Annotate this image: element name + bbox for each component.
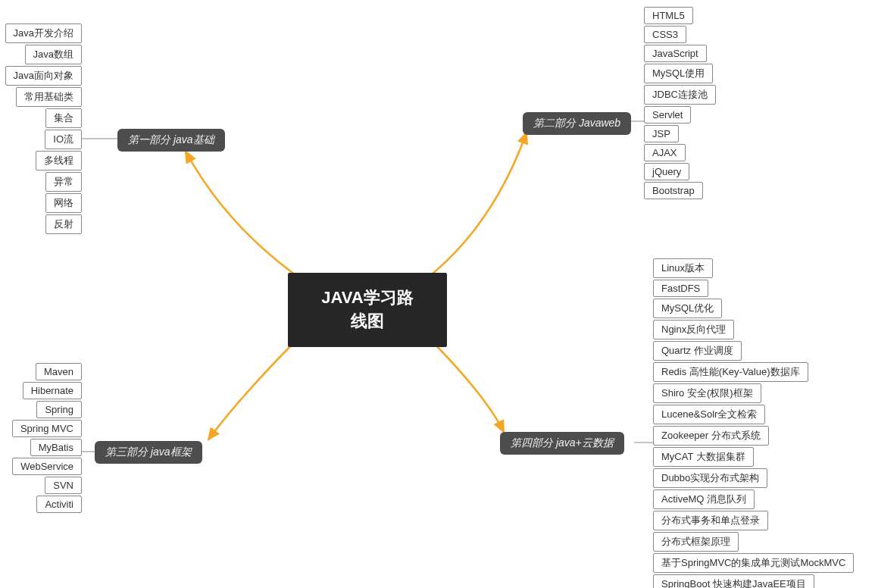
center-title-line1: JAVA学习路: [321, 288, 413, 307]
leaf-part2-9[interactable]: Bootstrap: [644, 182, 703, 199]
leaf-list-part2: HTML5CSS3JavaScriptMySQL使用JDBC连接池Servlet…: [644, 6, 716, 200]
leaf-list-part4: Linux版本FastDFSMySQL优化Nginx反向代理Quartz 作业调…: [653, 258, 854, 588]
leaf-part2-3[interactable]: MySQL使用: [644, 64, 713, 83]
leaf-part3-4[interactable]: MyBatis: [30, 439, 82, 456]
branch-part2-label: 第二部分 Javaweb: [533, 117, 620, 129]
leaf-part4-4[interactable]: Quartz 作业调度: [653, 341, 742, 361]
leaf-part2-5[interactable]: Servlet: [644, 106, 691, 124]
branch-part3-label: 第三部分 java框架: [105, 446, 192, 458]
leaf-part3-0[interactable]: Maven: [36, 363, 82, 380]
leaf-part1-2[interactable]: Java面向对象: [5, 66, 82, 86]
leaf-part1-1[interactable]: Java数组: [25, 45, 82, 64]
leaf-part4-8[interactable]: Zookeeper 分布式系统: [653, 426, 769, 446]
leaf-list-part3: MavenHibernateSpringSpring MVCMyBatisWeb…: [15, 362, 82, 514]
leaf-part3-5[interactable]: WebService: [12, 458, 82, 475]
leaf-part4-15[interactable]: SpringBoot 快速构建JavaEE项目: [653, 574, 814, 588]
leaf-part4-5[interactable]: Redis 高性能(Key-Value)数据库: [653, 362, 808, 382]
center-node[interactable]: JAVA学习路 线图: [288, 273, 447, 347]
leaf-part2-7[interactable]: AJAX: [644, 144, 686, 161]
branch-part4[interactable]: 第四部分 java+云数据: [500, 432, 624, 455]
leaf-part1-9[interactable]: 反射: [45, 214, 82, 234]
leaf-part4-7[interactable]: Lucene&Solr全文检索: [653, 405, 765, 424]
leaf-part4-1[interactable]: FastDFS: [653, 280, 708, 297]
leaf-part2-4[interactable]: JDBC连接池: [644, 85, 716, 105]
leaf-part1-3[interactable]: 常用基础类: [16, 87, 82, 107]
leaf-part1-8[interactable]: 网络: [45, 193, 82, 213]
leaf-part2-1[interactable]: CSS3: [644, 26, 686, 43]
branch-part2[interactable]: 第二部分 Javaweb: [523, 112, 631, 135]
leaf-part4-3[interactable]: Nginx反向代理: [653, 320, 734, 339]
leaf-part1-6[interactable]: 多线程: [36, 151, 82, 170]
leaf-part2-8[interactable]: jQuery: [644, 163, 689, 180]
leaf-part4-9[interactable]: MyCAT 大数据集群: [653, 447, 754, 467]
leaf-part4-2[interactable]: MySQL优化: [653, 299, 722, 318]
leaf-part4-10[interactable]: Dubbo实现分布式架构: [653, 468, 767, 488]
leaf-part1-0[interactable]: Java开发介绍: [5, 23, 82, 43]
center-title-line2: 线图: [351, 311, 384, 330]
leaf-part1-5[interactable]: IO流: [45, 130, 82, 149]
leaf-part3-6[interactable]: SVN: [45, 477, 82, 494]
leaf-part3-7[interactable]: Activiti: [36, 496, 82, 513]
leaf-part2-6[interactable]: JSP: [644, 125, 679, 142]
leaf-part4-12[interactable]: 分布式事务和单点登录: [653, 511, 768, 530]
branch-part4-label: 第四部分 java+云数据: [511, 436, 614, 449]
leaf-part4-13[interactable]: 分布式框架原理: [653, 532, 739, 552]
branch-part3[interactable]: 第三部分 java框架: [95, 441, 202, 464]
leaf-part3-2[interactable]: Spring: [36, 401, 82, 418]
leaf-part1-7[interactable]: 异常: [45, 172, 82, 192]
leaf-part2-2[interactable]: JavaScript: [644, 45, 707, 62]
leaf-part3-1[interactable]: Hibernate: [23, 382, 82, 399]
leaf-part3-3[interactable]: Spring MVC: [12, 420, 82, 437]
leaf-part4-11[interactable]: ActiveMQ 消息队列: [653, 489, 755, 509]
branch-part1[interactable]: 第一部分 java基础: [117, 129, 225, 152]
leaf-list-part1: Java开发介绍Java数组Java面向对象常用基础类集合IO流多线程异常网络反…: [15, 23, 82, 235]
branch-part1-label: 第一部分 java基础: [128, 133, 214, 145]
leaf-part1-4[interactable]: 集合: [45, 108, 82, 128]
leaf-part4-0[interactable]: Linux版本: [653, 258, 713, 278]
leaf-part2-0[interactable]: HTML5: [644, 7, 693, 24]
leaf-part4-14[interactable]: 基于SpringMVC的集成单元测试MockMVC: [653, 553, 854, 573]
leaf-part4-6[interactable]: Shiro 安全(权限)框架: [653, 383, 761, 403]
